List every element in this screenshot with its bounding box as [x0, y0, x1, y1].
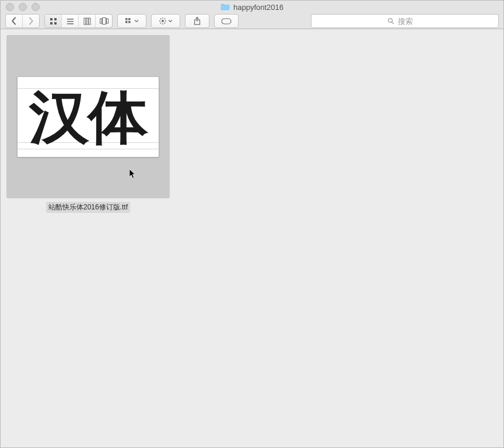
close-window-button[interactable] [6, 3, 14, 11]
titlebar: happyfont2016 [1, 1, 503, 13]
action-button[interactable] [151, 14, 180, 28]
svg-rect-12 [106, 19, 108, 23]
search-field[interactable] [311, 14, 499, 28]
forward-button[interactable] [23, 15, 39, 27]
finder-window: happyfont2016 [0, 0, 504, 448]
minimize-window-button[interactable] [19, 3, 27, 11]
svg-rect-4 [67, 19, 74, 20]
window-title-area: happyfont2016 [1, 3, 503, 12]
arrange-button[interactable] [117, 14, 146, 28]
svg-rect-3 [54, 22, 57, 24]
svg-rect-28 [222, 19, 231, 24]
svg-rect-9 [89, 18, 90, 24]
font-preview-text: 汉体 [14, 89, 162, 146]
svg-rect-7 [84, 18, 86, 24]
nav-group [5, 14, 40, 28]
svg-rect-11 [102, 18, 106, 24]
window-title: happyfont2016 [233, 3, 284, 12]
svg-rect-2 [50, 22, 52, 24]
svg-rect-6 [67, 23, 74, 24]
svg-rect-8 [86, 18, 88, 24]
list-view-button[interactable] [62, 15, 79, 27]
file-thumbnail[interactable]: 汉体 [6, 35, 170, 198]
svg-rect-0 [50, 18, 52, 20]
window-controls [1, 3, 40, 11]
font-preview: 汉体 [17, 76, 159, 158]
toolbar [1, 13, 503, 29]
view-mode-group [44, 14, 113, 28]
svg-rect-5 [67, 21, 74, 22]
share-button[interactable] [185, 14, 209, 28]
svg-line-30 [392, 22, 394, 24]
search-icon [387, 18, 394, 24]
svg-line-24 [164, 19, 165, 19]
file-item[interactable]: 汉体 站酷快乐体2016修订版.ttf [6, 35, 170, 213]
folder-icon [220, 4, 230, 10]
svg-rect-13 [125, 18, 128, 20]
tags-button[interactable] [214, 14, 239, 28]
svg-rect-16 [128, 21, 131, 23]
svg-line-25 [160, 23, 161, 23]
svg-line-23 [164, 23, 165, 23]
content-area[interactable]: 汉体 站酷快乐体2016修订版.ttf [1, 29, 503, 447]
column-view-button[interactable] [79, 15, 96, 27]
svg-rect-1 [54, 18, 57, 20]
svg-rect-15 [125, 21, 128, 23]
svg-point-17 [162, 20, 164, 22]
file-name-label[interactable]: 站酷快乐体2016修订版.ttf [46, 202, 130, 213]
svg-line-22 [160, 19, 161, 19]
svg-point-29 [388, 19, 393, 23]
coverflow-view-button[interactable] [96, 15, 112, 27]
svg-rect-10 [100, 19, 102, 23]
back-button[interactable] [6, 15, 23, 27]
icon-view-button[interactable] [45, 15, 62, 27]
svg-rect-14 [128, 18, 131, 20]
search-input[interactable] [397, 16, 422, 26]
zoom-window-button[interactable] [32, 3, 40, 11]
